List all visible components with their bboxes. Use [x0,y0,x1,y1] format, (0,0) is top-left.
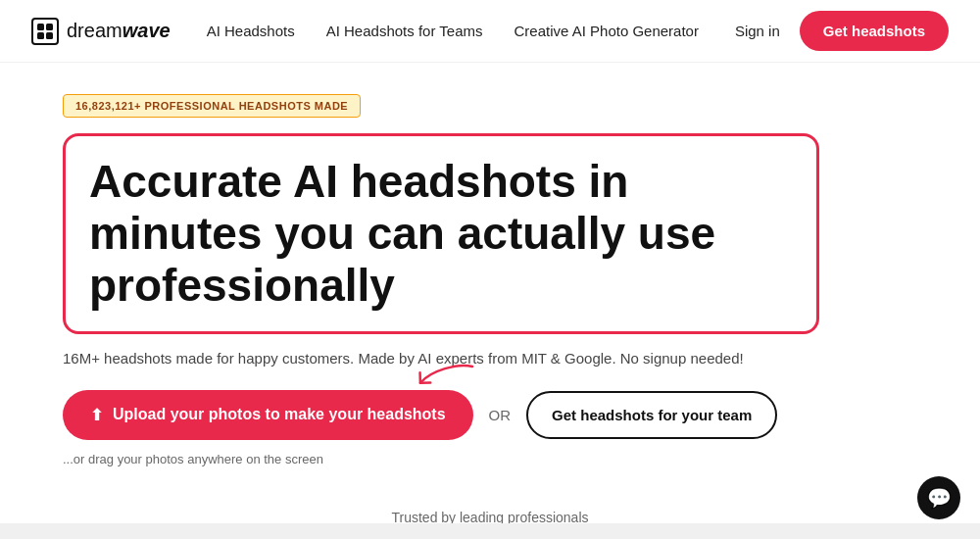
or-divider: OR [489,407,512,423]
svg-rect-1 [46,24,53,30]
upload-photos-button[interactable]: ⬆ Upload your photos to make your headsh… [63,390,473,440]
brand-logo[interactable]: dreamwave [31,18,171,45]
get-headshots-team-button[interactable]: Get headshots for your team [526,391,777,439]
logo-icon [31,18,59,45]
svg-rect-2 [37,32,44,39]
arrow-hint [416,355,474,394]
upload-icon: ⬆ [90,406,103,424]
hero-section: 16,823,121+ PROFESSIONAL HEADSHOTS MADE … [0,63,882,490]
cta-row: ⬆ Upload your photos to make your headsh… [63,390,819,440]
chat-icon: 💬 [927,486,952,510]
heading-box: Accurate AI headshots in minutes you can… [63,133,819,334]
chat-bubble-button[interactable]: 💬 [917,476,960,519]
brand-name: dreamwave [67,20,171,42]
sign-in-button[interactable]: Sign in [735,23,780,39]
nav-link-ai-headshots[interactable]: AI Headshots [207,23,295,39]
upload-btn-label: Upload your photos to make your headshot… [113,406,446,423]
svg-rect-0 [37,24,44,30]
nav-links: AI Headshots AI Headshots for Teams Crea… [207,23,699,39]
svg-rect-3 [46,32,53,39]
stats-badge: 16,823,121+ PROFESSIONAL HEADSHOTS MADE [63,94,361,118]
bottom-bar [0,523,980,539]
drag-hint: ...or drag your photos anywhere on the s… [63,452,819,466]
nav-link-creative-photo[interactable]: Creative AI Photo Generator [514,23,699,39]
nav-actions: Sign in Get headshots [735,11,949,51]
nav-link-ai-teams[interactable]: AI Headshots for Teams [326,23,483,39]
nav-get-headshots-button[interactable]: Get headshots [800,11,949,51]
navbar: dreamwave AI Headshots AI Headshots for … [0,0,980,63]
hero-heading: Accurate AI headshots in minutes you can… [89,156,793,312]
